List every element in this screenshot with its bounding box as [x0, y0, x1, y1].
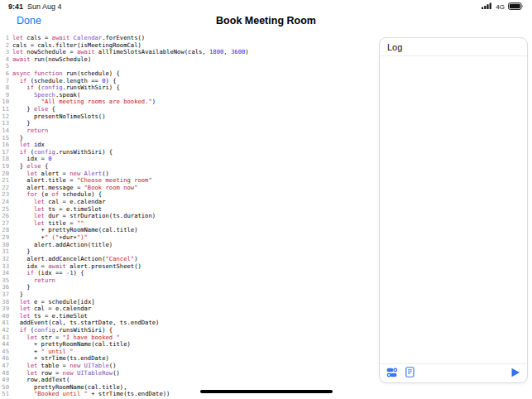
code-line[interactable]: 34 if (idx == -1) { — [0, 270, 376, 277]
code-line[interactable]: 30 alert.addAction(title) — [0, 242, 376, 249]
code-line[interactable]: 35 return — [0, 277, 376, 285]
code-line[interactable]: 12 presentNoTimeSlots() — [0, 113, 376, 121]
document-icon — [405, 367, 415, 380]
code-line[interactable]: 10 "All meeting rooms are booked.") — [0, 99, 376, 106]
code-line[interactable]: 18 idx = 0 — [0, 156, 376, 163]
script-settings-button[interactable] — [386, 368, 398, 380]
scriptable-editor-window: 9:41 Sun Aug 4 4G — [0, 0, 532, 399]
code-line[interactable]: 15 } — [0, 135, 376, 142]
log-panel-title: Log — [380, 38, 527, 56]
code-editor[interactable]: 1let cals = await Calendar.forEvents()2c… — [0, 33, 376, 399]
cellular-signal-icon — [482, 2, 492, 11]
status-bar-right: 4G — [482, 2, 524, 12]
clock: 9:41 — [8, 2, 23, 11]
code-line[interactable]: 36 } — [0, 284, 376, 291]
line-number: 51 — [0, 391, 9, 398]
log-panel: Log — [379, 37, 528, 383]
code-line[interactable]: 17 if (config.runsWithSiri) { — [0, 149, 376, 156]
status-bar: 9:41 Sun Aug 4 4G — [0, 0, 532, 12]
log-toolbar — [380, 363, 527, 382]
code-line-text: await run(nowSchedule) — [12, 56, 91, 64]
status-bar-left: 9:41 Sun Aug 4 — [8, 2, 62, 11]
run-script-button[interactable] — [510, 368, 520, 380]
code-line[interactable]: 4await run(nowSchedule) — [0, 56, 376, 64]
log-output-area — [380, 56, 527, 363]
code-line[interactable]: 13 } — [0, 120, 376, 127]
network-type-label: 4G — [496, 3, 505, 11]
battery-icon — [508, 2, 524, 12]
code-line[interactable]: 14 return — [0, 127, 376, 135]
toggles-icon — [386, 368, 398, 380]
code-lines: 1let cals = await Calendar.forEvents()2c… — [0, 35, 376, 398]
status-date: Sun Aug 4 — [27, 2, 62, 11]
script-title: Book Meeting Room — [0, 15, 532, 26]
documentation-button[interactable] — [405, 367, 415, 380]
nav-bar: Done Book Meeting Room — [0, 12, 532, 33]
play-icon — [510, 368, 520, 380]
home-indicator[interactable] — [200, 390, 333, 394]
code-line-text: "Booked until " + strTime(ts.endDate)) — [12, 391, 170, 398]
